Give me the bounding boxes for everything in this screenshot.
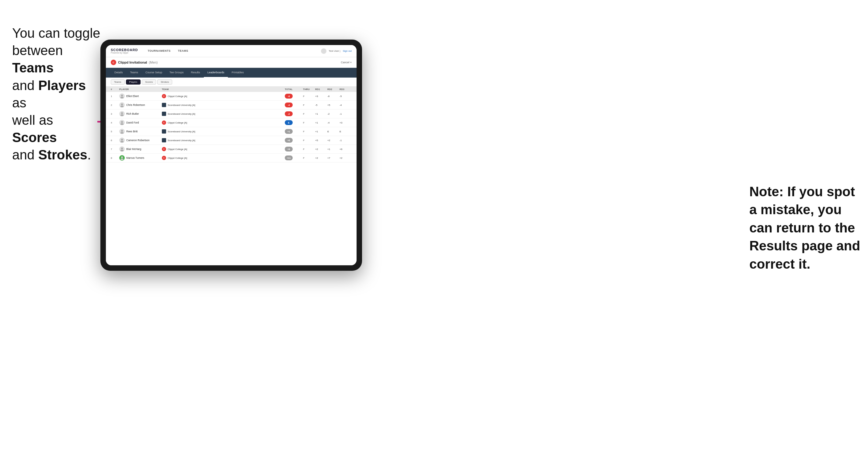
thru: F (303, 113, 315, 115)
nav-tournaments[interactable]: TOURNAMENTS (144, 45, 174, 57)
rd2: E (328, 130, 340, 133)
rd3: -4 (340, 104, 352, 106)
tab-details[interactable]: Details (111, 68, 127, 77)
user-avatar (321, 49, 327, 54)
team-cell: Scoreboard University [A] (162, 129, 285, 133)
tab-teams[interactable]: Teams (127, 68, 142, 77)
table-row: 4 David Ford C Clippd College [A] E F +1… (106, 118, 356, 127)
svg-point-14 (121, 150, 124, 151)
total-score: -8 (285, 94, 303, 99)
total-score: +1 (285, 129, 303, 134)
nav-teams[interactable]: TEAMS (174, 45, 192, 57)
rd3: +2 (340, 157, 352, 159)
team-cell: Scoreboard University [A] (162, 138, 285, 143)
team-name: Clippd College [A] (168, 148, 187, 151)
rd3: -5 (340, 95, 352, 98)
toggle-scores[interactable]: Scores (142, 80, 156, 85)
rd3: -1 (340, 113, 352, 115)
svg-point-12 (121, 141, 124, 143)
player-cell: Blair McHarg (119, 146, 162, 152)
player-name: Chris Robertson (126, 103, 145, 106)
svg-point-3 (121, 103, 123, 105)
thru: F (303, 130, 315, 133)
svg-point-9 (121, 130, 123, 132)
toggle-players[interactable]: Players (126, 80, 141, 85)
rank: 2 (111, 104, 119, 106)
thru: F (303, 121, 315, 124)
player-cell: Rich Butler (119, 111, 162, 117)
left-annotation: You can toggle between Teams and Players… (12, 24, 100, 164)
rd2: -2 (328, 113, 340, 115)
sub-nav: Details Teams Course Setup Tee Groups Re… (106, 68, 356, 77)
rank: 6 (111, 139, 119, 142)
tab-tee-groups[interactable]: Tee Groups (166, 68, 187, 77)
svg-point-11 (121, 139, 123, 141)
total-score: -4 (285, 102, 303, 107)
table-row: 8 Marcus Turners C Clippd College [A] +1… (106, 154, 356, 162)
col-total: TOTAL (285, 88, 303, 91)
team-logo: C (162, 121, 166, 125)
team-logo: C (162, 156, 166, 160)
svg-point-13 (121, 148, 123, 149)
team-cell: C Clippd College [A] (162, 94, 285, 98)
table-row: 1 Elliot Ebert C Clippd College [A] -8 F… (106, 92, 356, 101)
thru: F (303, 139, 315, 142)
player-avatar (119, 93, 125, 99)
team-name: Scoreboard University [A] (168, 130, 195, 133)
tournament-title: C Clippd Invitational (Men) (111, 60, 158, 65)
team-name: Clippd College [A] (168, 95, 187, 98)
player-cell: Marcus Turners (119, 155, 162, 161)
player-avatar (119, 155, 125, 161)
thru: F (303, 95, 315, 98)
player-cell: Cameron Robertson (119, 137, 162, 143)
toggle-teams[interactable]: Teams (111, 80, 125, 85)
rd3: E (340, 130, 352, 133)
right-annotation: Note: If you spot a mistake, you can ret… (749, 183, 862, 273)
team-name: Scoreboard University [A] (168, 104, 195, 106)
svg-point-8 (121, 123, 124, 125)
toggle-strokes[interactable]: Strokes (157, 80, 172, 85)
total-score: E (285, 120, 303, 125)
total-score: +6 (285, 138, 303, 143)
table-row: 7 Blair McHarg C Clippd College [A] +8 F… (106, 145, 356, 154)
team-cell: C Clippd College [A] (162, 121, 285, 125)
col-player: PLAYER (119, 88, 162, 91)
team-name: Clippd College [A] (168, 121, 187, 124)
svg-point-1 (121, 95, 123, 96)
top-nav: SCOREBOARD Powered by clippd TOURNAMENTS… (106, 45, 356, 57)
player-name: David Ford (126, 121, 139, 124)
total-score: +8 (285, 147, 303, 152)
cancel-button[interactable]: Cancel × (341, 61, 352, 64)
col-rank: # (111, 88, 119, 91)
svg-point-7 (121, 121, 123, 123)
toggle-row: Teams Players Scores Strokes (106, 77, 356, 87)
tab-results[interactable]: Results (187, 68, 204, 77)
tab-leaderboards[interactable]: Leaderboards (204, 68, 228, 77)
col-team: TEAM (162, 88, 285, 91)
rank: 3 (111, 113, 119, 115)
team-name: Clippd College [A] (168, 157, 187, 159)
rd2: -6 (328, 95, 340, 98)
player-name: Rees Britt (126, 130, 137, 133)
team-name: Scoreboard University [A] (168, 113, 195, 115)
tournament-name: Clippd Invitational (118, 61, 147, 64)
sign-out-link[interactable]: Sign out (343, 50, 352, 52)
tab-printables[interactable]: Printables (228, 68, 247, 77)
user-name: Test User | (329, 50, 340, 52)
table-row: 6 Cameron Robertson Scoreboard Universit… (106, 136, 356, 145)
svg-point-10 (121, 132, 124, 133)
player-avatar (119, 137, 125, 143)
rd3: -1 (340, 139, 352, 142)
total-score: +11 (285, 155, 303, 160)
leaderboard-table: 1 Elliot Ebert C Clippd College [A] -8 F… (106, 92, 356, 265)
player-cell: Chris Robertson (119, 102, 162, 108)
rank: 8 (111, 157, 119, 159)
tablet-frame: SCOREBOARD Powered by clippd TOURNAMENTS… (100, 39, 362, 271)
rd1: +2 (315, 157, 328, 159)
tab-course-setup[interactable]: Course Setup (142, 68, 166, 77)
svg-point-4 (121, 105, 124, 107)
player-avatar (119, 111, 125, 117)
team-logo: C (162, 147, 166, 151)
rd1: +5 (315, 139, 328, 142)
rd3: +3 (340, 121, 352, 124)
